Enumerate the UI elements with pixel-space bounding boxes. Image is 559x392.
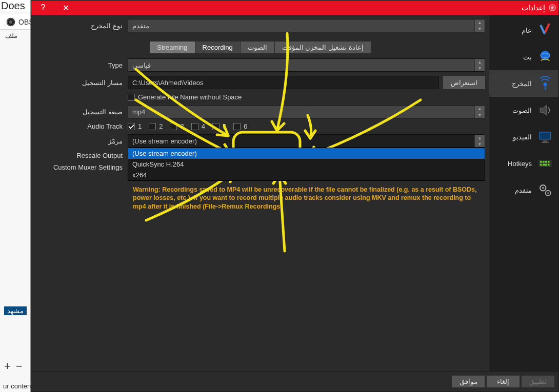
- encoder-label: مرمّز: [35, 137, 128, 145]
- encoder-option-x264[interactable]: x264: [128, 170, 485, 180]
- svg-rect-7: [540, 25, 546, 35]
- svg-rect-11: [545, 86, 546, 90]
- svg-rect-15: [542, 142, 549, 143]
- obs-logo-icon: [6, 17, 15, 27]
- sidebar-item-label: الصوت: [512, 107, 532, 114]
- dialog-footer: موافق إلغاء تطبيق: [31, 371, 558, 391]
- recording-type-label: Type: [35, 61, 128, 69]
- output-mode-select[interactable]: متقدم ▲▼: [128, 19, 485, 32]
- svg-rect-21: [540, 164, 542, 166]
- audio-track-4-checkbox[interactable]: [191, 123, 198, 130]
- recording-path-label: مسار التسجيل: [35, 79, 128, 87]
- monitor-icon: [536, 128, 554, 146]
- audio-track-label: Audio Track: [35, 122, 128, 130]
- sidebar-item-label: عام: [522, 27, 532, 34]
- recording-format-label: صيغة التسجيل: [35, 108, 128, 116]
- obs-logo-icon: [548, 4, 556, 12]
- wrench-screwdriver-icon: [536, 21, 554, 39]
- sidebar-item-label: بث: [523, 53, 532, 61]
- rescale-output-label: Rescale Output: [35, 152, 128, 159]
- updown-icon: ▲▼: [474, 19, 485, 32]
- bg-doc-fragment: Does: [0, 0, 31, 11]
- sidebar-item-general[interactable]: عام: [489, 17, 558, 44]
- svg-rect-14: [543, 140, 548, 142]
- browse-button[interactable]: استعراض: [443, 76, 485, 89]
- svg-rect-18: [543, 161, 545, 163]
- updown-icon: ▲▼: [474, 59, 485, 71]
- audio-track-1-checkbox[interactable]: [128, 123, 135, 130]
- svg-point-26: [542, 187, 544, 189]
- svg-point-5: [551, 6, 553, 9]
- svg-rect-16: [538, 160, 552, 167]
- add-scene-button[interactable]: +: [4, 360, 11, 373]
- tab-streaming[interactable]: Streaming: [150, 42, 194, 53]
- sidebar-item-label: Hotkeys: [508, 160, 532, 168]
- recording-format-select[interactable]: mp4 ▲▼: [128, 105, 485, 118]
- sidebar-item-video[interactable]: الفيديو: [489, 123, 558, 150]
- svg-point-27: [547, 192, 549, 194]
- close-button[interactable]: ✕: [58, 3, 73, 13]
- keyboard-icon: [536, 154, 554, 173]
- tab-replay-buffer[interactable]: إعادة تشغيل المخزن المؤقت: [275, 42, 371, 53]
- settings-sidebar: عام بث المخرج الصوت: [489, 15, 558, 371]
- svg-rect-20: [548, 161, 550, 163]
- dialog-title: إعدادات: [522, 4, 545, 12]
- sidebar-item-advanced[interactable]: متقدم: [489, 177, 558, 203]
- encoder-dropdown-list: (Use stream encoder) QuickSync H.264 x26…: [128, 148, 485, 181]
- tab-recording[interactable]: Recording: [195, 42, 240, 53]
- sidebar-item-label: المخرج: [512, 80, 532, 88]
- sidebar-item-label: متقدم: [515, 187, 532, 194]
- audio-track-5-checkbox[interactable]: [212, 123, 219, 130]
- globe-icon: [536, 48, 554, 66]
- svg-rect-17: [540, 161, 542, 163]
- no-space-label: Generate File Name without Space: [138, 93, 242, 101]
- svg-rect-19: [545, 161, 547, 163]
- help-button[interactable]: ?: [35, 3, 51, 12]
- svg-point-2: [9, 20, 12, 24]
- svg-rect-23: [548, 164, 550, 166]
- svg-point-10: [543, 82, 547, 86]
- dialog-titlebar[interactable]: إعدادات ? ✕: [31, 1, 558, 15]
- audio-track-2-checkbox[interactable]: [149, 123, 156, 130]
- broadcast-icon: [536, 74, 554, 93]
- output-mode-label: نوع المخرج: [35, 22, 128, 30]
- audio-track-6-checkbox[interactable]: [233, 123, 241, 130]
- cancel-button[interactable]: إلغاء: [487, 376, 520, 387]
- mp4-warning-text: Warning: Recordings saved to MP4 will be…: [35, 185, 485, 211]
- encoder-select[interactable]: (Use stream encoder) ▲▼: [128, 134, 485, 148]
- recording-path-input[interactable]: C:\Users\Ahmed\Videos: [128, 76, 439, 89]
- updown-icon: ▲▼: [474, 106, 485, 118]
- apply-button[interactable]: تطبيق: [522, 376, 554, 387]
- custom-muxer-label: Custom Muxer Settings: [35, 163, 128, 171]
- bg-footer-text: ur content: [3, 382, 33, 390]
- sidebar-item-output[interactable]: المخرج: [489, 70, 558, 97]
- sidebar-item-stream[interactable]: بث: [489, 44, 558, 70]
- encoder-option-stream[interactable]: (Use stream encoder): [128, 148, 485, 159]
- scene-label[interactable]: مشهد: [4, 306, 27, 315]
- speaker-icon: [536, 101, 554, 119]
- menu-file[interactable]: ملف: [5, 32, 17, 39]
- settings-dialog: إعدادات ? ✕ عام بث: [31, 0, 559, 392]
- updown-icon: ▲▼: [474, 135, 485, 147]
- gears-icon: [536, 181, 554, 199]
- tab-audio[interactable]: الصوت: [241, 42, 274, 53]
- output-tabs: Streaming Recording الصوت إعادة تشغيل ال…: [35, 42, 485, 53]
- no-space-checkbox[interactable]: [128, 94, 135, 101]
- audio-track-3-checkbox[interactable]: [170, 123, 177, 130]
- recording-type-select[interactable]: قياسي ▲▼: [128, 58, 485, 72]
- svg-rect-13: [540, 133, 550, 139]
- output-panel: نوع المخرج متقدم ▲▼ Streaming Recording …: [31, 15, 489, 371]
- sidebar-item-label: الفيديو: [513, 133, 532, 141]
- ok-button[interactable]: موافق: [452, 376, 485, 387]
- remove-scene-button[interactable]: −: [16, 360, 23, 373]
- svg-rect-22: [543, 164, 547, 166]
- sidebar-item-audio[interactable]: الصوت: [489, 97, 558, 123]
- sidebar-item-hotkeys[interactable]: Hotkeys: [489, 150, 558, 177]
- encoder-option-quicksync[interactable]: QuickSync H.264: [128, 159, 485, 170]
